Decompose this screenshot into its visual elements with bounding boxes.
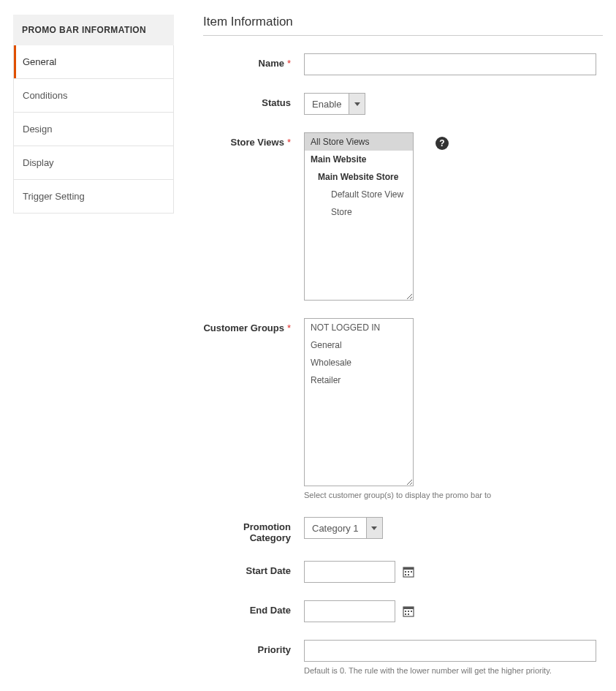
- sidebar: PROMO BAR INFORMATION GeneralConditionsD…: [13, 15, 174, 679]
- row-customer-groups: Customer Groups* NOT LOGGED INGeneralWho…: [203, 318, 603, 499]
- svg-rect-2: [405, 571, 406, 573]
- row-start-date: Start Date: [203, 561, 603, 583]
- chevron-down-icon: [349, 94, 365, 114]
- customer-group-option[interactable]: General: [305, 336, 413, 354]
- svg-rect-10: [408, 611, 409, 612]
- svg-rect-8: [403, 607, 414, 609]
- sidebar-item-trigger-setting[interactable]: Trigger Setting: [14, 180, 173, 213]
- label-start-date: Start Date: [203, 561, 304, 583]
- row-priority: Priority Default is 0. The rule with the…: [203, 640, 603, 675]
- row-end-date: End Date: [203, 600, 603, 622]
- status-select[interactable]: Enable: [304, 93, 365, 115]
- chevron-down-icon: [366, 518, 382, 538]
- store-view-option[interactable]: Main Website: [305, 151, 413, 168]
- end-date-input[interactable]: [304, 600, 395, 622]
- customer-groups-note: Select customer group(s) to display the …: [304, 491, 491, 499]
- label-name: Name*: [203, 53, 304, 75]
- main-panel: Item Information Name* Status Enable: [203, 15, 603, 679]
- section-title: Item Information: [203, 15, 603, 36]
- customer-groups-multiselect[interactable]: NOT LOGGED INGeneralWholesaleRetailer: [304, 318, 414, 486]
- sidebar-item-design[interactable]: Design: [14, 113, 173, 146]
- store-views-multiselect[interactable]: All Store ViewsMain WebsiteMain Website …: [304, 132, 414, 301]
- customer-group-option[interactable]: NOT LOGGED IN: [305, 319, 413, 336]
- store-view-option[interactable]: Store: [305, 203, 413, 221]
- calendar-icon[interactable]: [403, 605, 414, 617]
- label-priority: Priority: [203, 640, 304, 675]
- row-promotion-category: Promotion Category Category 1: [203, 517, 603, 543]
- priority-note: Default is 0. The rule with the lower nu…: [304, 666, 596, 675]
- store-view-option[interactable]: Default Store View: [305, 186, 413, 203]
- store-view-option[interactable]: All Store Views: [305, 133, 413, 151]
- svg-rect-12: [405, 613, 406, 615]
- sidebar-header: PROMO BAR INFORMATION: [13, 15, 174, 45]
- row-status: Status Enable: [203, 93, 603, 115]
- name-input[interactable]: [304, 53, 596, 75]
- sidebar-item-general[interactable]: General: [14, 45, 173, 79]
- customer-group-option[interactable]: Retailer: [305, 371, 413, 389]
- svg-rect-11: [411, 611, 412, 612]
- label-customer-groups: Customer Groups*: [203, 318, 304, 499]
- calendar-icon[interactable]: [403, 566, 414, 578]
- row-store-views: Store Views* All Store ViewsMain Website…: [203, 132, 603, 301]
- label-promotion-category: Promotion Category: [203, 517, 304, 543]
- svg-rect-6: [408, 574, 409, 575]
- label-status: Status: [203, 93, 304, 115]
- customer-group-option[interactable]: Wholesale: [305, 354, 413, 371]
- start-date-input[interactable]: [304, 561, 395, 583]
- svg-rect-4: [411, 571, 412, 573]
- sidebar-item-conditions[interactable]: Conditions: [14, 79, 173, 113]
- help-icon[interactable]: ?: [436, 137, 449, 150]
- sidebar-item-display[interactable]: Display: [14, 146, 173, 180]
- promotion-category-select[interactable]: Category 1: [304, 517, 383, 539]
- label-end-date: End Date: [203, 600, 304, 622]
- svg-rect-1: [403, 567, 414, 570]
- svg-rect-5: [405, 574, 406, 575]
- label-store-views: Store Views*: [203, 132, 304, 301]
- store-view-option[interactable]: Main Website Store: [305, 168, 413, 186]
- svg-rect-9: [405, 611, 406, 612]
- svg-rect-13: [408, 613, 409, 615]
- svg-rect-3: [408, 571, 409, 573]
- row-name: Name*: [203, 53, 603, 75]
- priority-input[interactable]: [304, 640, 596, 662]
